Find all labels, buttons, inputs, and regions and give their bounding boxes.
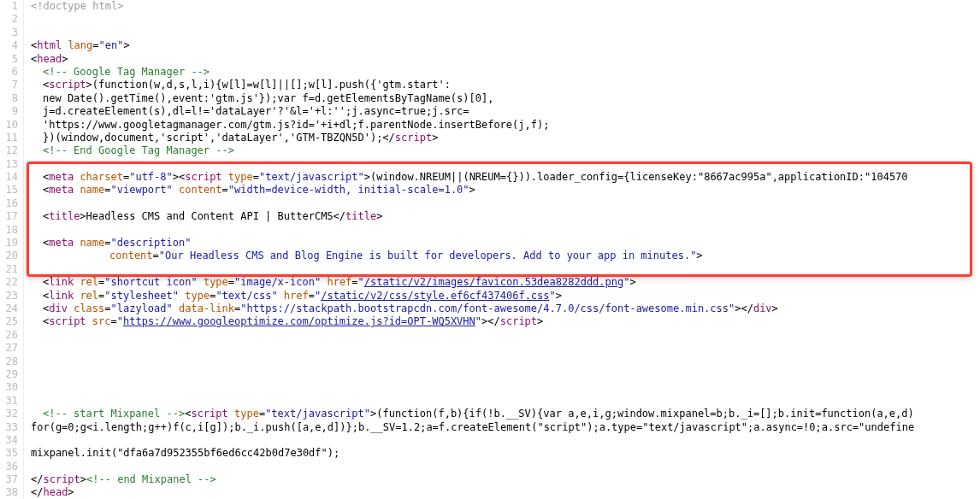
line-number: 30 (0, 381, 18, 394)
code-line[interactable]: <title>Headless CMS and Content API | Bu… (31, 210, 914, 223)
doctype: <!doctype html> (31, 0, 123, 12)
code-line[interactable]: <html lang="en"> (31, 39, 914, 52)
val: "image/x-icon" (234, 276, 321, 288)
href-link[interactable]: https://www.googleoptimize.com/optimize.… (123, 315, 475, 327)
val-desc-text: "Our Headless CMS and Blog Engine is bui… (159, 250, 697, 261)
code-line[interactable] (31, 13, 914, 26)
code-line[interactable]: <script>(function(w,d,s,l,i){w[l]=w[l]||… (31, 79, 914, 91)
val-width: "width=device-width, initial-scale=1.0" (228, 184, 469, 196)
code-line[interactable] (31, 158, 914, 171)
code-editor: 1 2 3 4 5 6 7 8 9 10 11 12 13 14 15 16 1… (0, 0, 980, 499)
code-line[interactable] (31, 224, 914, 237)
code-line[interactable]: content="Our Headless CMS and Blog Engin… (31, 250, 914, 262)
js-code: j=d.createElement(s),dl=l!='dataLayer'?'… (43, 105, 469, 117)
code-line[interactable] (31, 368, 914, 381)
comment: <!-- end Mixpanel --> (86, 473, 216, 485)
line-number: 37 (0, 473, 18, 486)
code-line[interactable]: <script src="https://www.googleoptimize.… (31, 315, 914, 328)
punct: > (86, 79, 92, 91)
tag-script: script (43, 473, 80, 485)
code-area[interactable]: <!doctype html> <html lang="en"> <head> … (24, 0, 914, 499)
tag-meta: meta (49, 171, 74, 183)
href-link[interactable]: /static/v2/images/favicon.53dea8282ddd.p… (364, 276, 623, 288)
js-code: 'https://www.googletagmanager.com/gtm.js… (43, 119, 549, 131)
code-line[interactable]: <head> (31, 53, 914, 66)
href-link[interactable]: /static/v2/css/style.ef6cf437406f.css (321, 290, 549, 302)
line-number: 22 (0, 276, 18, 289)
code-line[interactable] (31, 461, 914, 473)
val-textjs: "text/javascript" (259, 171, 364, 183)
line-number: 28 (0, 355, 18, 368)
code-line[interactable]: </head> (31, 486, 914, 499)
line-number: 29 (0, 368, 18, 381)
code-line[interactable]: <!-- start Mixpanel --><script type="tex… (31, 408, 914, 420)
comment: <!-- End Google Tag Manager --> (43, 144, 234, 156)
attr-href: href (284, 290, 309, 302)
code-line[interactable] (31, 434, 914, 447)
attr-content: content (179, 184, 222, 196)
line-number-gutter: 1 2 3 4 5 6 7 8 9 10 11 12 13 14 15 16 1… (0, 0, 24, 499)
val: "text/javascript" (265, 408, 370, 420)
line-number: 2 (0, 13, 18, 26)
code-line[interactable] (31, 381, 914, 394)
code-line[interactable]: <meta name="description" (31, 237, 914, 250)
code-line[interactable]: j=d.createElement(s),dl=l!='dataLayer'?'… (31, 105, 914, 118)
quote: " (550, 290, 556, 302)
line-number: 35 (0, 447, 18, 460)
code-line[interactable] (31, 197, 914, 210)
line-number: 25 (0, 315, 18, 328)
val: "https://stackpath.bootstrapcdn.com/font… (240, 302, 735, 314)
attr-type: type (228, 171, 253, 183)
code-line[interactable] (31, 26, 914, 39)
tag-head: head (37, 53, 62, 65)
code-line[interactable]: <meta charset="utf-8"><script type="text… (31, 171, 914, 184)
code-line[interactable]: for(g=0;g<i.length;g++)f(c,i[g]);b._i.pu… (31, 421, 914, 434)
line-number: 9 (0, 105, 18, 118)
code-line[interactable]: })(window,document,'script','dataLayer',… (31, 132, 914, 144)
code-line[interactable]: <!-- End Google Tag Manager --> (31, 144, 914, 157)
punct: > (80, 473, 86, 485)
line-number: 11 (0, 132, 18, 144)
attr-class: class (74, 302, 104, 314)
tag-script: script (185, 171, 221, 183)
punct: > (469, 184, 475, 196)
code-line[interactable]: </script><!-- end Mixpanel --> (31, 473, 914, 486)
code-line[interactable] (31, 395, 914, 408)
code-line[interactable]: 'https://www.googletagmanager.com/gtm.js… (31, 119, 914, 132)
code-line[interactable]: <!doctype html> (31, 0, 914, 13)
tag-head: head (43, 486, 68, 498)
code-line[interactable]: new Date().getTime(),event:'gtm.js'});va… (31, 92, 914, 105)
line-number: 1 (0, 0, 18, 13)
code-line[interactable] (31, 342, 914, 355)
val-description: "description" (111, 237, 192, 249)
punct: > (376, 210, 382, 222)
code-line[interactable]: <!-- Google Tag Manager --> (31, 66, 914, 79)
comment: <!-- Google Tag Manager --> (43, 66, 210, 78)
line-number: 14 (0, 171, 18, 184)
line-number: 6 (0, 66, 18, 79)
punct: </ (487, 315, 499, 327)
code-line[interactable]: <meta name="viewport" content="width=dev… (31, 184, 914, 197)
line-number: 31 (0, 395, 18, 408)
attr-type: type (234, 408, 259, 420)
code-line[interactable] (31, 355, 914, 368)
tag-script: script (49, 79, 86, 91)
code-line[interactable]: <div class="lazyload" data-link="https:/… (31, 302, 914, 315)
tag-title: title (49, 210, 80, 222)
code-line[interactable]: mixpanel.init("dfa6a7d952355bf6ed6cc42b0… (31, 447, 914, 460)
line-number: 8 (0, 92, 18, 105)
attr-href: href (327, 276, 351, 288)
punct: > (80, 210, 86, 222)
punct: > (537, 315, 543, 327)
js-code: mixpanel.init("dfa6a7d952355bf6ed6cc42b0… (31, 447, 339, 459)
tag-html: html (37, 39, 62, 51)
attr-rel: rel (80, 276, 98, 288)
punct: > (62, 53, 68, 65)
code-line[interactable] (31, 263, 914, 276)
code-line[interactable]: <link rel="stylesheet" type="text/css" h… (31, 290, 914, 302)
line-number: 4 (0, 39, 18, 52)
punct: </ (741, 302, 753, 314)
code-line[interactable] (31, 329, 914, 342)
code-line[interactable]: <link rel="shortcut icon" type="image/x-… (31, 276, 914, 289)
line-number: 38 (0, 486, 18, 499)
